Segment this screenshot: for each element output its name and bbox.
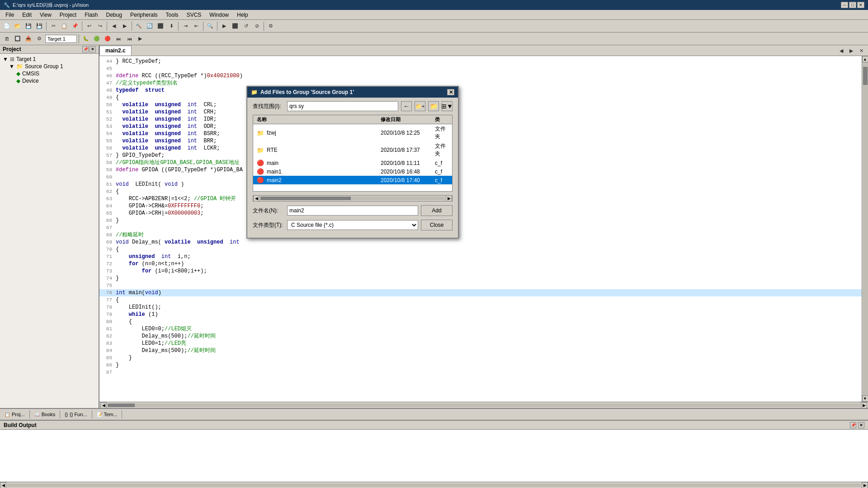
fl-hscroll-right[interactable]: ▶	[446, 195, 452, 202]
file-name-main1: main1	[267, 169, 381, 175]
filetype-select[interactable]: C Source file (*.c)	[287, 220, 418, 230]
file-row-fzwj[interactable]: 📁 fzwj 2020/10/8 12:25 文件夹	[253, 124, 452, 141]
modal-overlay: 📁 Add Files to Group 'Source Group 1' ✕ …	[0, 0, 868, 488]
c-icon-main: 🔴	[257, 160, 264, 166]
nav-folder-button[interactable]: 📁	[428, 101, 439, 111]
fl-hscroll-thumb[interactable]	[260, 197, 351, 200]
file-list-hscroll[interactable]: ◀ ▶	[253, 195, 453, 202]
file-date-main: 2020/10/8 11:11	[381, 160, 435, 166]
dialog-body: 查找范围(I): ← 📁+ 📁 ⊞▼ 名称 修改日期 类 📁 fzwj 20	[247, 98, 458, 238]
file-date-main2: 2020/10/8 17:40	[381, 177, 435, 183]
file-row-rte[interactable]: 📁 RTE 2020/10/8 17:37 文件夹	[253, 141, 452, 159]
file-type-rte: 文件夹	[435, 142, 448, 158]
nav-view-button[interactable]: ⊞▼	[442, 101, 453, 111]
filename-label: 文件名(N):	[253, 207, 284, 215]
file-type-main: c_f	[435, 160, 448, 166]
file-type-fzwj: 文件夹	[435, 125, 448, 141]
nav-new-folder-button[interactable]: 📁+	[415, 101, 425, 111]
folder-icon-rte: 📁	[257, 147, 264, 154]
close-dialog-button[interactable]: Close	[421, 220, 453, 230]
col-type: 类	[435, 116, 448, 123]
filename-row: 文件名(N): Add	[253, 205, 453, 216]
nav-back-button[interactable]: ←	[401, 101, 412, 111]
file-name-fzwj: fzwj	[267, 130, 381, 136]
dialog-close-button[interactable]: ✕	[447, 89, 454, 95]
file-list-container[interactable]: 名称 修改日期 类 📁 fzwj 2020/10/8 12:25 文件夹 📁 R…	[253, 115, 453, 192]
file-row-main[interactable]: 🔴 main 2020/10/8 11:11 c_f	[253, 159, 452, 167]
col-name: 名称	[257, 116, 381, 123]
file-list-header: 名称 修改日期 类	[253, 115, 452, 124]
file-date-main1: 2020/10/8 16:48	[381, 169, 435, 175]
fl-hscroll-track[interactable]	[260, 197, 445, 200]
search-input[interactable]	[287, 101, 398, 111]
filename-input[interactable]	[287, 206, 418, 216]
file-type-main1: c_f	[435, 169, 448, 175]
search-row: 查找范围(I): ← 📁+ 📁 ⊞▼	[253, 101, 453, 111]
filetype-row: 文件类型(T): C Source file (*.c) Close	[253, 220, 453, 230]
dialog-icon: 📁	[251, 89, 258, 95]
file-name-main2: main2	[267, 177, 381, 183]
search-label: 查找范围(I):	[253, 103, 284, 110]
c-icon-main1: 🔴	[257, 168, 264, 175]
c-icon-main2: 🔴	[257, 177, 264, 183]
dialog-title-content: 📁 Add Files to Group 'Source Group 1'	[251, 89, 354, 95]
dialog-title-bar: 📁 Add Files to Group 'Source Group 1' ✕	[247, 87, 458, 98]
folder-icon-fzwj: 📁	[257, 130, 264, 136]
file-row-main2[interactable]: 🔴 main2 2020/10/8 17:40 c_f	[253, 176, 452, 184]
file-date-fzwj: 2020/10/8 12:25	[381, 130, 435, 136]
fl-hscroll-left[interactable]: ◀	[253, 195, 259, 202]
filetype-label: 文件类型(T):	[253, 221, 284, 229]
dialog-title-text: Add Files to Group 'Source Group 1'	[260, 89, 354, 95]
file-row-main1[interactable]: 🔴 main1 2020/10/8 16:48 c_f	[253, 167, 452, 176]
add-button[interactable]: Add	[421, 205, 453, 216]
file-name-main: main	[267, 160, 381, 166]
add-files-dialog: 📁 Add Files to Group 'Source Group 1' ✕ …	[246, 86, 459, 239]
file-name-rte: RTE	[267, 147, 381, 153]
file-date-rte: 2020/10/8 17:37	[381, 147, 435, 153]
col-date: 修改日期	[381, 116, 435, 123]
file-type-main2: c_f	[435, 177, 448, 183]
